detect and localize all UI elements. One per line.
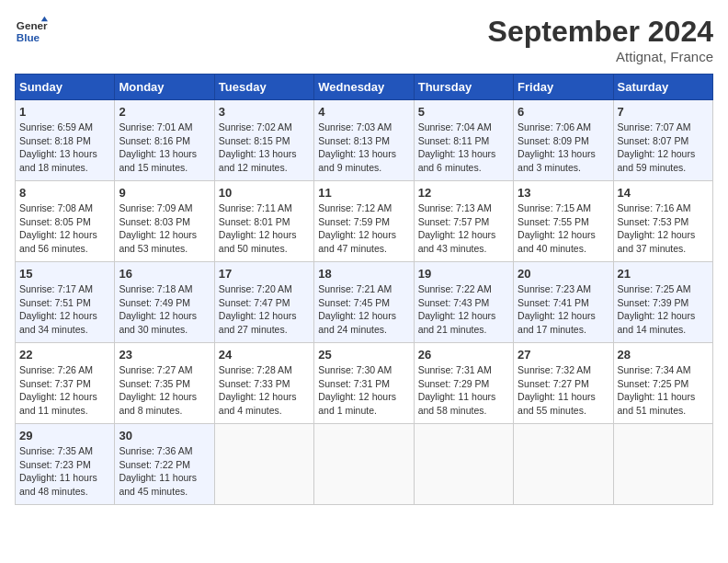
- sunrise-text: Sunrise: 7:28 AM: [219, 363, 310, 377]
- calendar-cell: 12Sunrise: 7:13 AMSunset: 7:57 PMDayligh…: [414, 181, 513, 262]
- calendar-cell: 2Sunrise: 7:01 AMSunset: 8:16 PMDaylight…: [115, 100, 214, 181]
- sunrise-text: Sunrise: 7:22 AM: [418, 282, 509, 296]
- sunset-text: Sunset: 7:55 PM: [518, 215, 609, 229]
- day-number: 21: [618, 267, 709, 281]
- sunrise-text: Sunrise: 7:03 AM: [318, 121, 409, 134]
- day-number: 17: [219, 267, 310, 281]
- svg-text:Blue: Blue: [17, 31, 40, 43]
- day-info: Sunrise: 7:15 AMSunset: 7:55 PMDaylight:…: [518, 201, 609, 256]
- sunset-text: Sunset: 8:15 PM: [219, 134, 310, 148]
- day-number: 10: [219, 186, 310, 200]
- day-info: Sunrise: 7:09 AMSunset: 8:03 PMDaylight:…: [119, 201, 210, 256]
- day-info: Sunrise: 7:11 AMSunset: 8:01 PMDaylight:…: [219, 201, 310, 256]
- calendar-cell: 4Sunrise: 7:03 AMSunset: 8:13 PMDaylight…: [314, 100, 414, 181]
- col-saturday: Saturday: [613, 75, 712, 100]
- day-number: 16: [119, 267, 210, 281]
- day-number: 12: [418, 186, 509, 200]
- day-number: 27: [518, 348, 609, 362]
- calendar-cell: 3Sunrise: 7:02 AMSunset: 8:15 PMDaylight…: [214, 100, 313, 181]
- day-info: Sunrise: 7:30 AMSunset: 7:31 PMDaylight:…: [318, 363, 409, 418]
- day-number: 2: [119, 105, 210, 119]
- daylight-text: Daylight: 12 hours and 59 minutes.: [618, 147, 709, 174]
- calendar-cell: 15Sunrise: 7:17 AMSunset: 7:51 PMDayligh…: [16, 262, 115, 343]
- sunset-text: Sunset: 8:16 PM: [119, 134, 210, 148]
- sunrise-text: Sunrise: 7:08 AM: [19, 201, 110, 215]
- daylight-text: Daylight: 12 hours and 34 minutes.: [19, 309, 110, 336]
- sunset-text: Sunset: 7:53 PM: [618, 215, 709, 229]
- daylight-text: Daylight: 11 hours and 55 minutes.: [518, 390, 609, 417]
- calendar-cell: [214, 424, 313, 505]
- sunrise-text: Sunrise: 7:30 AM: [318, 363, 409, 377]
- calendar-cell: 10Sunrise: 7:11 AMSunset: 8:01 PMDayligh…: [214, 181, 313, 262]
- sunrise-text: Sunrise: 7:20 AM: [219, 282, 310, 296]
- sunrise-text: Sunrise: 7:31 AM: [418, 363, 509, 377]
- sunrise-text: Sunrise: 7:23 AM: [518, 282, 609, 296]
- daylight-text: Daylight: 12 hours and 8 minutes.: [119, 390, 210, 417]
- calendar-cell: 20Sunrise: 7:23 AMSunset: 7:41 PMDayligh…: [514, 262, 613, 343]
- title-block: September 2024 Attignat, France: [488, 15, 713, 64]
- sunrise-text: Sunrise: 7:16 AM: [618, 201, 709, 215]
- day-info: Sunrise: 7:04 AMSunset: 8:11 PMDaylight:…: [418, 121, 509, 175]
- daylight-text: Daylight: 12 hours and 40 minutes.: [518, 228, 609, 255]
- sunset-text: Sunset: 7:25 PM: [618, 377, 709, 391]
- sunset-text: Sunset: 8:07 PM: [618, 134, 709, 148]
- daylight-text: Daylight: 12 hours and 4 minutes.: [219, 390, 310, 417]
- day-number: 11: [318, 186, 409, 200]
- day-info: Sunrise: 7:07 AMSunset: 8:07 PMDaylight:…: [618, 121, 709, 175]
- day-number: 19: [418, 267, 509, 281]
- location: Attignat, France: [488, 49, 713, 64]
- day-number: 3: [219, 105, 310, 119]
- sunset-text: Sunset: 7:39 PM: [618, 296, 709, 310]
- sunrise-text: Sunrise: 7:27 AM: [119, 363, 210, 377]
- sunset-text: Sunset: 8:18 PM: [19, 134, 110, 148]
- sunrise-text: Sunrise: 7:02 AM: [219, 121, 310, 134]
- daylight-text: Daylight: 11 hours and 51 minutes.: [618, 390, 709, 417]
- sunset-text: Sunset: 7:57 PM: [418, 215, 509, 229]
- day-info: Sunrise: 6:59 AMSunset: 8:18 PMDaylight:…: [19, 121, 110, 175]
- daylight-text: Daylight: 12 hours and 47 minutes.: [318, 228, 409, 255]
- calendar-cell: 6Sunrise: 7:06 AMSunset: 8:09 PMDaylight…: [514, 100, 613, 181]
- sunrise-text: Sunrise: 7:35 AM: [19, 444, 110, 458]
- calendar-cell: 7Sunrise: 7:07 AMSunset: 8:07 PMDaylight…: [613, 100, 712, 181]
- daylight-text: Daylight: 12 hours and 27 minutes.: [219, 309, 310, 336]
- daylight-text: Daylight: 13 hours and 15 minutes.: [119, 147, 210, 174]
- sunset-text: Sunset: 8:09 PM: [518, 134, 609, 148]
- day-number: 29: [19, 429, 110, 442]
- sunrise-text: Sunrise: 7:34 AM: [618, 363, 709, 377]
- col-friday: Friday: [514, 75, 613, 100]
- day-info: Sunrise: 7:12 AMSunset: 7:59 PMDaylight:…: [318, 201, 409, 256]
- day-number: 1: [19, 105, 110, 119]
- day-info: Sunrise: 7:36 AMSunset: 7:22 PMDaylight:…: [119, 444, 210, 499]
- day-info: Sunrise: 7:35 AMSunset: 7:23 PMDaylight:…: [19, 444, 110, 499]
- sunset-text: Sunset: 7:59 PM: [318, 215, 409, 229]
- daylight-text: Daylight: 12 hours and 43 minutes.: [418, 228, 509, 255]
- sunset-text: Sunset: 7:27 PM: [518, 377, 609, 391]
- daylight-text: Daylight: 11 hours and 45 minutes.: [119, 471, 210, 498]
- sunset-text: Sunset: 7:43 PM: [418, 296, 509, 310]
- day-info: Sunrise: 7:25 AMSunset: 7:39 PMDaylight:…: [618, 282, 709, 337]
- day-info: Sunrise: 7:28 AMSunset: 7:33 PMDaylight:…: [219, 363, 310, 418]
- calendar-body: 1Sunrise: 6:59 AMSunset: 8:18 PMDaylight…: [16, 100, 713, 505]
- sunset-text: Sunset: 7:29 PM: [418, 377, 509, 391]
- calendar-week-1: 1Sunrise: 6:59 AMSunset: 8:18 PMDaylight…: [16, 100, 713, 181]
- day-info: Sunrise: 7:22 AMSunset: 7:43 PMDaylight:…: [418, 282, 509, 337]
- calendar-cell: [314, 424, 414, 505]
- month-title: September 2024: [488, 15, 713, 49]
- day-info: Sunrise: 7:34 AMSunset: 7:25 PMDaylight:…: [618, 363, 709, 418]
- sunset-text: Sunset: 7:22 PM: [119, 458, 210, 472]
- calendar-cell: [613, 424, 712, 505]
- col-wednesday: Wednesday: [314, 75, 414, 100]
- day-number: 30: [119, 429, 210, 442]
- day-number: 14: [618, 186, 709, 200]
- day-info: Sunrise: 7:21 AMSunset: 7:45 PMDaylight:…: [318, 282, 409, 337]
- sunrise-text: Sunrise: 7:13 AM: [418, 201, 509, 215]
- sunrise-text: Sunrise: 7:36 AM: [119, 444, 210, 458]
- daylight-text: Daylight: 12 hours and 11 minutes.: [19, 390, 110, 417]
- calendar-cell: 19Sunrise: 7:22 AMSunset: 7:43 PMDayligh…: [414, 262, 513, 343]
- day-number: 9: [119, 186, 210, 200]
- sunrise-text: Sunrise: 7:12 AM: [318, 201, 409, 215]
- daylight-text: Daylight: 12 hours and 50 minutes.: [219, 228, 310, 255]
- daylight-text: Daylight: 12 hours and 24 minutes.: [318, 309, 409, 336]
- sunset-text: Sunset: 8:05 PM: [19, 215, 110, 229]
- sunset-text: Sunset: 7:47 PM: [219, 296, 310, 310]
